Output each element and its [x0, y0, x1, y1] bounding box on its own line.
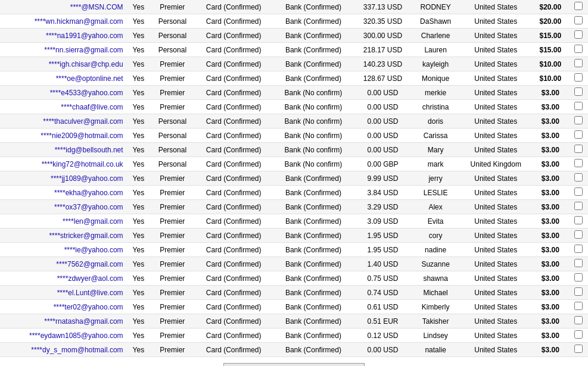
email-cell[interactable]: ****@MSN.COM: [0, 0, 127, 14]
email-link[interactable]: ****7562@gmail.com: [56, 260, 123, 268]
checkbox-cell[interactable]: [568, 186, 588, 200]
checkbox-cell[interactable]: [568, 171, 588, 186]
add-to-cart-button[interactable]: Add Selected Paypals to Shopping Cart: [223, 363, 365, 366]
row-checkbox[interactable]: [574, 145, 583, 153]
checkbox-cell[interactable]: [568, 114, 588, 129]
checkbox-cell[interactable]: [568, 71, 588, 86]
email-cell[interactable]: ****el.Lunt@live.com: [0, 286, 127, 300]
email-cell[interactable]: ****nn.sierra@gmail.com: [0, 43, 127, 57]
email-link[interactable]: ****el.Lunt@live.com: [57, 289, 123, 297]
email-link[interactable]: ****wn.hickman@gmail.com: [35, 17, 123, 26]
email-link[interactable]: ****ter02@yahoo.com: [54, 303, 123, 311]
email-link[interactable]: ****jj1089@yahoo.com: [51, 174, 123, 183]
checkbox-cell[interactable]: [568, 14, 588, 29]
checkbox-cell[interactable]: [568, 143, 588, 157]
checkbox-cell[interactable]: [568, 100, 588, 114]
checkbox-cell[interactable]: [568, 314, 588, 329]
checkbox-cell[interactable]: [568, 329, 588, 343]
row-checkbox[interactable]: [574, 187, 583, 196]
email-link[interactable]: ****len@gmail.com: [63, 217, 123, 226]
email-cell[interactable]: ****idg@bellsouth.net: [0, 143, 127, 157]
email-link[interactable]: ****e4533@yahoo.com: [50, 89, 123, 97]
email-link[interactable]: ****chaaf@live.com: [61, 103, 123, 111]
row-checkbox[interactable]: [574, 130, 583, 139]
row-checkbox[interactable]: [574, 216, 583, 224]
email-cell[interactable]: ****king72@hotmail.co.uk: [0, 157, 127, 171]
email-link[interactable]: ****idg@bellsouth.net: [55, 146, 123, 154]
email-cell[interactable]: ****dy_s_mom@hotmail.com: [0, 343, 127, 357]
row-checkbox[interactable]: [574, 45, 583, 53]
row-checkbox[interactable]: [574, 2, 583, 10]
email-link[interactable]: ****nie2009@hotmail.com: [41, 132, 123, 140]
row-checkbox[interactable]: [574, 159, 583, 167]
row-checkbox[interactable]: [574, 302, 583, 310]
email-cell[interactable]: ****igh.chisar@chp.edu: [0, 57, 127, 71]
email-link[interactable]: ****stricker@gmail.com: [49, 232, 123, 240]
checkbox-cell[interactable]: [568, 257, 588, 271]
row-checkbox[interactable]: [574, 116, 583, 124]
email-link[interactable]: ****oe@optonline.net: [56, 74, 123, 83]
email-cell[interactable]: ****ox37@yahoo.com: [0, 200, 127, 214]
checkbox-cell[interactable]: [568, 229, 588, 243]
row-checkbox[interactable]: [574, 287, 583, 296]
row-checkbox[interactable]: [574, 87, 583, 96]
email-link[interactable]: ****na1991@yahoo.com: [46, 32, 123, 40]
email-link[interactable]: ****ox37@yahoo.com: [54, 203, 123, 211]
email-cell[interactable]: ****len@gmail.com: [0, 214, 127, 229]
row-checkbox[interactable]: [574, 245, 583, 253]
row-checkbox[interactable]: [574, 345, 583, 353]
row-checkbox[interactable]: [574, 173, 583, 182]
email-cell[interactable]: ****stricker@gmail.com: [0, 229, 127, 243]
email-cell[interactable]: ****nie2009@hotmail.com: [0, 129, 127, 143]
row-checkbox[interactable]: [574, 230, 583, 239]
checkbox-cell[interactable]: [568, 343, 588, 357]
email-cell[interactable]: ****zdwyer@aol.com: [0, 271, 127, 286]
checkbox-cell[interactable]: [568, 300, 588, 314]
email-link[interactable]: ****dy_s_mom@hotmail.com: [31, 346, 123, 354]
email-link[interactable]: ****igh.chisar@chp.edu: [49, 60, 123, 68]
email-cell[interactable]: ****thaculver@gmail.com: [0, 114, 127, 129]
email-cell[interactable]: ****rnatasha@gmail.com: [0, 314, 127, 329]
row-checkbox[interactable]: [574, 330, 583, 339]
email-cell[interactable]: ****e4533@yahoo.com: [0, 86, 127, 100]
row-checkbox[interactable]: [574, 73, 583, 82]
email-link[interactable]: ****king72@hotmail.co.uk: [42, 160, 123, 168]
row-checkbox[interactable]: [574, 259, 583, 267]
checkbox-cell[interactable]: [568, 271, 588, 286]
row-checkbox[interactable]: [574, 316, 583, 324]
checkbox-cell[interactable]: [568, 243, 588, 257]
email-link[interactable]: ****eydawn1085@yahoo.com: [29, 331, 123, 340]
row-checkbox[interactable]: [574, 273, 583, 281]
email-link[interactable]: ****zdwyer@aol.com: [57, 274, 123, 283]
checkbox-cell[interactable]: [568, 0, 588, 14]
email-link[interactable]: ****thaculver@gmail.com: [43, 117, 123, 126]
row-checkbox[interactable]: [574, 30, 583, 39]
checkbox-cell[interactable]: [568, 157, 588, 171]
checkbox-cell[interactable]: [568, 29, 588, 43]
row-checkbox[interactable]: [574, 59, 583, 67]
email-cell[interactable]: ****ie@yahoo.com: [0, 243, 127, 257]
email-link[interactable]: ****ekha@yahoo.com: [54, 189, 123, 197]
email-cell[interactable]: ****chaaf@live.com: [0, 100, 127, 114]
row-checkbox[interactable]: [574, 16, 583, 24]
row-checkbox[interactable]: [574, 102, 583, 110]
email-link[interactable]: ****rnatasha@gmail.com: [44, 317, 123, 326]
email-cell[interactable]: ****7562@gmail.com: [0, 257, 127, 271]
email-cell[interactable]: ****eydawn1085@yahoo.com: [0, 329, 127, 343]
email-cell[interactable]: ****wn.hickman@gmail.com: [0, 14, 127, 29]
checkbox-cell[interactable]: [568, 43, 588, 57]
email-cell[interactable]: ****jj1089@yahoo.com: [0, 171, 127, 186]
checkbox-cell[interactable]: [568, 200, 588, 214]
email-link[interactable]: ****nn.sierra@gmail.com: [44, 46, 123, 54]
email-cell[interactable]: ****ter02@yahoo.com: [0, 300, 127, 314]
email-cell[interactable]: ****ekha@yahoo.com: [0, 186, 127, 200]
checkbox-cell[interactable]: [568, 129, 588, 143]
checkbox-cell[interactable]: [568, 86, 588, 100]
email-link[interactable]: ****@MSN.COM: [70, 3, 123, 11]
email-cell[interactable]: ****na1991@yahoo.com: [0, 29, 127, 43]
checkbox-cell[interactable]: [568, 286, 588, 300]
email-link[interactable]: ****ie@yahoo.com: [64, 246, 123, 254]
row-checkbox[interactable]: [574, 202, 583, 210]
checkbox-cell[interactable]: [568, 214, 588, 229]
email-cell[interactable]: ****oe@optonline.net: [0, 71, 127, 86]
